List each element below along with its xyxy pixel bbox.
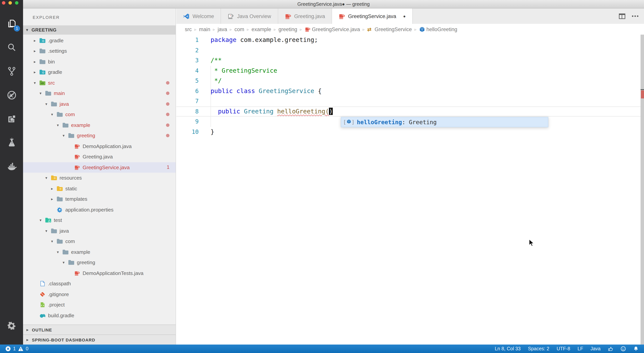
springboot-dashboard-section-header[interactable]: ▸ SPRING-BOOT DASHBOARD (23, 334, 176, 344)
status-item-utf-8[interactable]: UTF-8 (556, 346, 570, 351)
tree-row-com[interactable]: ▾com (23, 236, 176, 247)
tree-label: templates (65, 194, 87, 204)
line-number[interactable]: 2 (176, 45, 199, 55)
tree-row-main[interactable]: ▾main (23, 88, 176, 99)
smiley-icon[interactable] (620, 346, 626, 351)
tree-row-example[interactable]: ▾example (23, 120, 176, 130)
status-item-ln-8-col-33[interactable]: Ln 8, Col 33 (495, 346, 521, 351)
breadcrumb-item[interactable]: java (218, 26, 227, 32)
tree-row-java[interactable]: ▾java (23, 99, 176, 109)
code-line-1[interactable]: 1package com.example.greeting; (176, 35, 640, 45)
java-file-icon (74, 143, 80, 149)
tab-greetingservice-java[interactable]: GreetingService.java● (332, 9, 413, 24)
chevron-right-icon: ▸ (34, 35, 39, 46)
tree-row--gitignore[interactable]: .gitignore (23, 289, 176, 299)
tree-row-src[interactable]: ▾src (23, 78, 176, 88)
thumbs-up-icon[interactable] (608, 346, 613, 351)
tab-greeting-java[interactable]: Greeting.java (278, 9, 332, 24)
tree-row-gradle[interactable]: ▸gradle (23, 67, 176, 78)
tree-row--project[interactable]: .project (23, 299, 176, 310)
workspace-section-header[interactable]: ▾ GREETING (23, 25, 176, 35)
breadcrumb-item[interactable]: greeting (278, 26, 297, 32)
breadcrumb-item[interactable]: helloGreeting (419, 26, 457, 32)
tree-row-test[interactable]: ▾test (23, 215, 176, 225)
suggest-widget-item[interactable]: [] helloGreeting : Greeting (341, 117, 548, 127)
more-actions-icon[interactable] (632, 15, 638, 17)
outline-section-header[interactable]: ▸ OUTLINE (23, 324, 176, 334)
tree-row--settings[interactable]: ▸.settings (23, 46, 176, 56)
code-line-7[interactable]: 7 (176, 96, 640, 106)
activity-item-docker[interactable] (0, 155, 23, 178)
warning-icon (18, 346, 24, 351)
activity-item-source-control[interactable] (0, 59, 23, 83)
chevron-right-icon: ▸ (34, 46, 39, 56)
tree-row-greeting-java[interactable]: Greeting.java (23, 152, 176, 162)
breadcrumb-item[interactable]: example (252, 26, 271, 32)
minimize-button[interactable] (8, 1, 12, 5)
tree-row-templates[interactable]: ▸templates (23, 194, 176, 204)
code-line-4[interactable]: 4 * GreetingService (176, 66, 640, 76)
code-editor[interactable]: 1package com.example.greeting;23/**4 * G… (176, 35, 640, 344)
overview-ruler[interactable] (640, 35, 644, 344)
tree-row-greeting[interactable]: ▾greeting (23, 130, 176, 141)
tree-row-demoapplication-java[interactable]: DemoApplication.java (23, 141, 176, 152)
tree-row-application-properties[interactable]: application.properties (23, 204, 176, 215)
breadcrumb-separator-icon: ▹ (414, 27, 416, 31)
code-line-8[interactable]: 8 public Greeting helloGreeting() (176, 106, 640, 117)
tree-row-com[interactable]: ▾com (23, 109, 176, 120)
tree-row-demoapplicationtests-java[interactable]: DemoApplicationTests.java (23, 268, 176, 278)
line-number[interactable]: 7 (176, 96, 199, 106)
resources-folder-icon (56, 186, 63, 192)
split-editor-icon[interactable] (619, 13, 626, 20)
line-number[interactable]: 3 (176, 55, 199, 66)
tree-row-bin[interactable]: ▸bin (23, 56, 176, 67)
line-number[interactable]: 1 (176, 35, 199, 45)
error-count: 1 (13, 346, 16, 351)
tree-row-greetingservice-java[interactable]: GreetingService.java1 (23, 162, 176, 173)
tree-row-java[interactable]: ▾java (23, 225, 176, 236)
code-line-6[interactable]: 6public class GreetingService { (176, 86, 640, 96)
breadcrumb-item[interactable]: com (234, 26, 244, 32)
tree-row--gradle[interactable]: ▸.gradle (23, 35, 176, 46)
status-item-java[interactable]: Java (590, 346, 600, 351)
problems-indicator[interactable]: 1 0 (0, 346, 28, 351)
tree-row-resources[interactable]: ▾resources (23, 173, 176, 183)
bell-icon[interactable] (633, 346, 638, 351)
line-number[interactable]: 5 (176, 76, 199, 86)
code-line-10[interactable]: 10} (176, 127, 640, 137)
tree-label: .gradle (48, 35, 64, 46)
tab-java-overview[interactable]: Java Overview (221, 9, 278, 24)
breadcrumb-item[interactable]: src (185, 26, 192, 32)
breadcrumb-item[interactable]: GreetingService.java (304, 26, 360, 32)
close-button[interactable] (2, 1, 6, 5)
breadcrumb-item[interactable]: main (199, 26, 210, 32)
line-number[interactable]: 9 (176, 117, 199, 127)
chevron-down-icon: ▾ (34, 78, 39, 88)
status-item-spaces-2[interactable]: Spaces: 2 (528, 346, 549, 351)
chevron-right-icon: ▸ (34, 56, 39, 67)
activity-item-files[interactable]: 1 (0, 12, 23, 35)
zoom-button[interactable] (15, 1, 18, 5)
activity-item-test[interactable] (0, 131, 23, 155)
line-number[interactable]: 10 (176, 127, 199, 137)
status-item-lf[interactable]: LF (578, 346, 583, 351)
code-line-5[interactable]: 5 */ (176, 76, 640, 86)
tree-row-example[interactable]: ▾example (23, 247, 176, 257)
activity-item-extensions[interactable] (0, 107, 23, 131)
tab-welcome[interactable]: Welcome (176, 9, 221, 24)
line-number[interactable]: 8 (176, 107, 199, 116)
activity-item-debug[interactable] (0, 83, 23, 107)
code-line-2[interactable]: 2 (176, 45, 640, 55)
tree-row-static[interactable]: ▸static (23, 183, 176, 194)
breadcrumb-item[interactable]: ⇄GreetingService (367, 26, 412, 32)
line-number[interactable]: 4 (176, 66, 199, 76)
tree-row-build-gradle[interactable]: build.gradle (23, 310, 176, 321)
line-number[interactable]: 6 (176, 86, 199, 96)
tree-row--classpath[interactable]: .classpath (23, 278, 176, 289)
tree-row-greeting[interactable]: ▾greeting (23, 257, 176, 268)
activity-item-search[interactable] (0, 35, 23, 59)
tree-label: greeting (77, 257, 95, 268)
code-line-3[interactable]: 3/** (176, 55, 640, 66)
settings-gear-button[interactable] (0, 321, 23, 332)
chevron-down-icon: ▾ (45, 225, 50, 236)
